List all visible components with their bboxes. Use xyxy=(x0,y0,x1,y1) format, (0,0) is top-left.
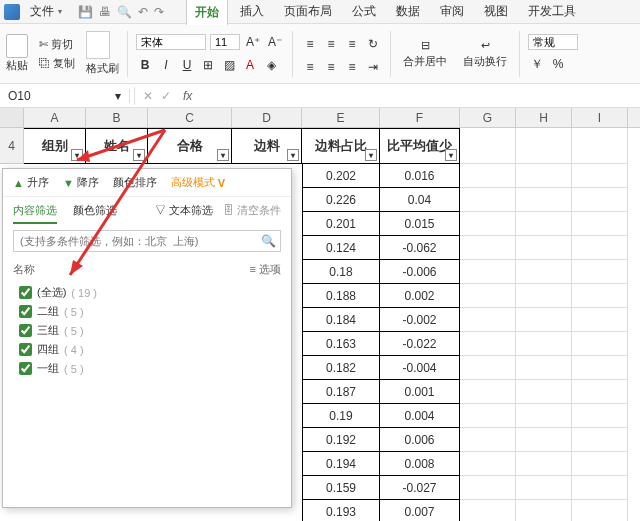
cell-H[interactable] xyxy=(516,500,572,521)
cell-G[interactable] xyxy=(460,380,516,404)
cell-E[interactable]: 0.201 xyxy=(302,212,380,236)
cell-E[interactable]: 0.18 xyxy=(302,260,380,284)
col-header-H[interactable]: H xyxy=(516,108,572,127)
align-top-icon[interactable]: ≡ xyxy=(301,35,319,53)
cell-G[interactable] xyxy=(460,188,516,212)
cell-I[interactable] xyxy=(572,212,628,236)
align-left-icon[interactable]: ≡ xyxy=(301,58,319,76)
decrease-font-icon[interactable]: A⁻ xyxy=(266,33,284,51)
sort-asc-button[interactable]: ▲升序 xyxy=(13,175,49,190)
cell-E[interactable]: 0.182 xyxy=(302,356,380,380)
cell-header-F[interactable]: 比平均值少 ▾ xyxy=(380,128,460,164)
cell-H[interactable] xyxy=(516,356,572,380)
cell-H[interactable] xyxy=(516,212,572,236)
cell-header-E[interactable]: 边料占比 ▾ xyxy=(302,128,380,164)
row-header-4[interactable]: 4 xyxy=(0,128,24,164)
filter-item[interactable]: 二组( 5 ) xyxy=(13,302,281,321)
cell-H[interactable] xyxy=(516,476,572,500)
filter-search-input[interactable] xyxy=(13,230,281,252)
paste-button[interactable]: 粘贴 xyxy=(6,34,28,73)
cell-F[interactable]: 0.001 xyxy=(380,380,460,404)
cell-E[interactable]: 0.184 xyxy=(302,308,380,332)
filter-button-A[interactable]: ▾ xyxy=(71,149,83,161)
cell-F[interactable]: -0.004 xyxy=(380,356,460,380)
format-painter-icon[interactable] xyxy=(86,31,110,59)
cell-G[interactable] xyxy=(460,500,516,521)
cell-E[interactable]: 0.163 xyxy=(302,332,380,356)
cell-F[interactable]: -0.062 xyxy=(380,236,460,260)
tab-data[interactable]: 数据 xyxy=(388,0,428,25)
cell-F[interactable]: -0.027 xyxy=(380,476,460,500)
col-header-G[interactable]: G xyxy=(460,108,516,127)
filter-button-B[interactable]: ▾ xyxy=(133,149,145,161)
merge-center-button[interactable]: ⊟ 合并居中 xyxy=(399,37,451,71)
cell-I[interactable] xyxy=(572,404,628,428)
cell-G[interactable] xyxy=(460,260,516,284)
filter-item[interactable]: (全选)( 19 ) xyxy=(13,283,281,302)
undo-icon[interactable]: ↶ xyxy=(138,5,148,19)
percent-icon[interactable]: % xyxy=(549,55,567,73)
cell-I4[interactable] xyxy=(572,128,628,164)
underline-button[interactable]: U xyxy=(178,56,196,74)
print-icon[interactable]: 🖶 xyxy=(99,5,111,19)
cell-I[interactable] xyxy=(572,356,628,380)
filter-item[interactable]: 三组( 5 ) xyxy=(13,321,281,340)
align-mid-icon[interactable]: ≡ xyxy=(322,35,340,53)
cell-F[interactable]: 0.04 xyxy=(380,188,460,212)
filter-button-C[interactable]: ▾ xyxy=(217,149,229,161)
tab-content-filter[interactable]: 内容筛选 xyxy=(13,203,57,224)
cell-F[interactable]: 0.007 xyxy=(380,500,460,521)
cell-I[interactable] xyxy=(572,236,628,260)
cell-E[interactable]: 0.188 xyxy=(302,284,380,308)
col-header-I[interactable]: I xyxy=(572,108,628,127)
select-all-corner[interactable] xyxy=(0,108,24,127)
cell-E[interactable]: 0.124 xyxy=(302,236,380,260)
cell-E[interactable]: 0.187 xyxy=(302,380,380,404)
cell-H[interactable] xyxy=(516,284,572,308)
clear-filter-button[interactable]: 🗄 清空条件 xyxy=(223,203,281,224)
indent-icon[interactable]: ⇥ xyxy=(364,58,382,76)
spreadsheet-grid[interactable]: A B C D E F G H I 4 组别 ▾ 姓名 ▾ 合格 ▾ 边料 ▾ … xyxy=(0,108,640,164)
cell-I[interactable] xyxy=(572,476,628,500)
cell-E[interactable]: 0.226 xyxy=(302,188,380,212)
bold-button[interactable]: B xyxy=(136,56,154,74)
save-icon[interactable]: 💾 xyxy=(78,5,93,19)
cell-I[interactable] xyxy=(572,380,628,404)
filter-checkbox[interactable] xyxy=(19,343,32,356)
cell-header-B[interactable]: 姓名 ▾ xyxy=(86,128,148,164)
sort-desc-button[interactable]: ▼降序 xyxy=(63,175,99,190)
cell-E[interactable]: 0.193 xyxy=(302,500,380,521)
redo-icon[interactable]: ↷ xyxy=(154,5,164,19)
font-color-button[interactable]: A xyxy=(241,56,259,74)
tab-review[interactable]: 审阅 xyxy=(432,0,472,25)
italic-button[interactable]: I xyxy=(157,56,175,74)
cell-G[interactable] xyxy=(460,428,516,452)
cell-header-D[interactable]: 边料 ▾ xyxy=(232,128,302,164)
cancel-formula-icon[interactable]: ✕ xyxy=(139,89,157,103)
cell-H[interactable] xyxy=(516,332,572,356)
cell-F[interactable]: -0.022 xyxy=(380,332,460,356)
cell-E[interactable]: 0.202 xyxy=(302,164,380,188)
filter-options-button[interactable]: ≡ 选项 xyxy=(250,262,281,277)
cell-E[interactable]: 0.19 xyxy=(302,404,380,428)
cell-G[interactable] xyxy=(460,212,516,236)
advanced-mode-button[interactable]: 高级模式 V xyxy=(171,175,225,190)
cell-G[interactable] xyxy=(460,452,516,476)
cell-G4[interactable] xyxy=(460,128,516,164)
accept-formula-icon[interactable]: ✓ xyxy=(157,89,175,103)
col-header-D[interactable]: D xyxy=(232,108,302,127)
text-filter-button[interactable]: ▽ 文本筛选 xyxy=(155,203,213,224)
cell-H[interactable] xyxy=(516,164,572,188)
increase-font-icon[interactable]: A⁺ xyxy=(244,33,262,51)
filter-checkbox[interactable] xyxy=(19,362,32,375)
cell-F[interactable]: -0.002 xyxy=(380,308,460,332)
cell-H4[interactable] xyxy=(516,128,572,164)
cell-F[interactable]: 0.002 xyxy=(380,284,460,308)
cell-F[interactable]: 0.016 xyxy=(380,164,460,188)
wrap-text-button[interactable]: ↩ 自动换行 xyxy=(459,37,511,71)
cell-G[interactable] xyxy=(460,404,516,428)
fx-button[interactable]: fx xyxy=(175,89,200,103)
col-header-E[interactable]: E xyxy=(302,108,380,127)
cell-I[interactable] xyxy=(572,260,628,284)
cell-F[interactable]: 0.004 xyxy=(380,404,460,428)
